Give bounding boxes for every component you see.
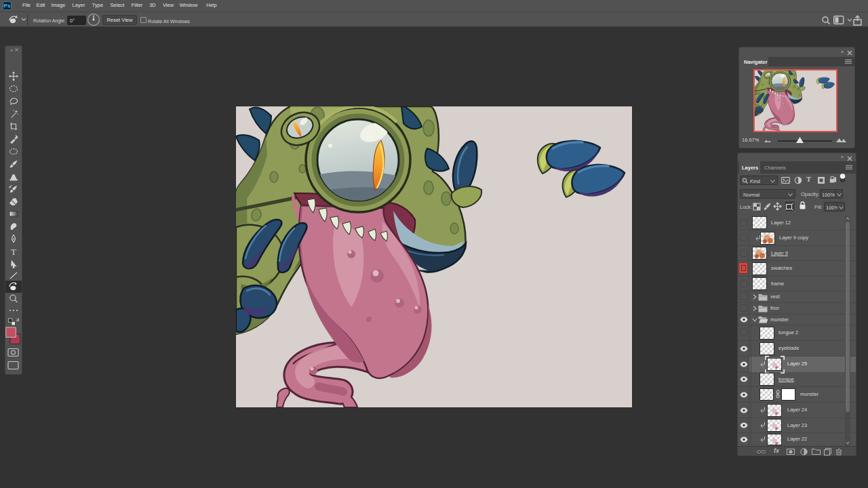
svg-text:»: » [10, 48, 13, 53]
svg-text:T: T [11, 247, 16, 257]
